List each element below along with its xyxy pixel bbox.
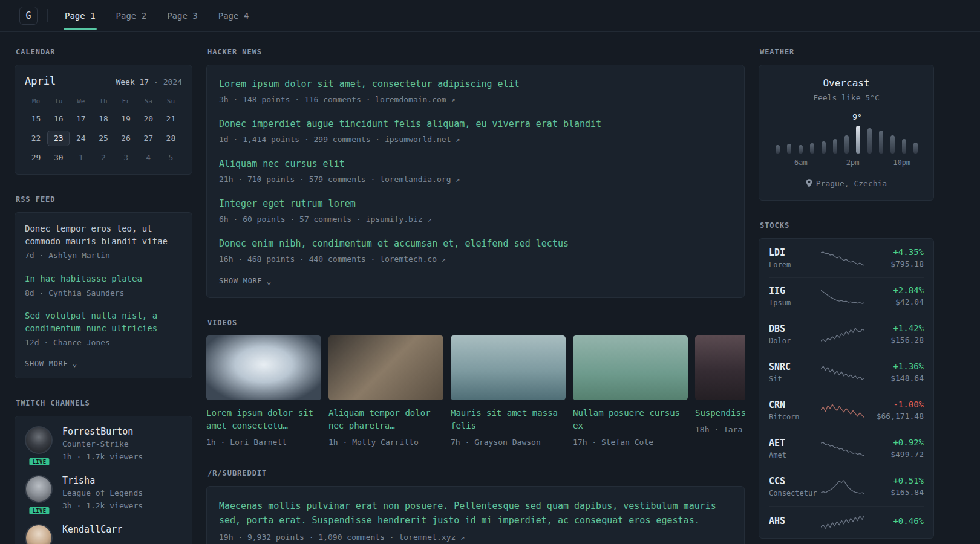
tab-page-1[interactable]: Page 1 bbox=[64, 0, 97, 32]
calendar-card: April Week 17 · 2024 Mo Tu We Th Fr Sa S… bbox=[15, 65, 192, 175]
calendar-year: 2024 bbox=[163, 77, 182, 86]
stock-change: +0.92% bbox=[864, 438, 924, 447]
weather-bar bbox=[913, 143, 918, 154]
stock-change: +1.36% bbox=[864, 361, 924, 371]
calendar-weekday: We bbox=[70, 96, 92, 108]
stock-row: AHS +0.46% bbox=[769, 506, 924, 537]
hackernews-item-meta: 16h · 468 points · 440 comments · loremt… bbox=[219, 253, 732, 265]
stock-change: +0.51% bbox=[864, 476, 924, 485]
video-title[interactable]: Nullam posuere cursus ex bbox=[573, 407, 688, 432]
calendar-day: 21 bbox=[160, 111, 182, 127]
video-title[interactable]: Suspendisse diam bbox=[695, 407, 745, 419]
stock-change: -1.00% bbox=[864, 400, 924, 409]
calendar-day: 30 bbox=[47, 150, 70, 166]
weather-card: Overcast Feels like 5°C 9° 6am 2pm 10pm … bbox=[759, 65, 934, 201]
stock-name: Sit bbox=[769, 374, 821, 384]
video-card[interactable]: Mauris sit amet massa felis 7h · Grayson… bbox=[451, 335, 566, 448]
section-header-weather: WEATHER bbox=[760, 48, 933, 56]
calendar-day: 20 bbox=[137, 111, 160, 127]
video-title[interactable]: Mauris sit amet massa felis bbox=[451, 407, 566, 432]
stock-name: Amet bbox=[769, 450, 821, 461]
weather-bar-chart bbox=[776, 125, 918, 154]
tab-page-4[interactable]: Page 4 bbox=[217, 0, 250, 32]
weather-bar bbox=[799, 145, 803, 154]
stock-sparkline bbox=[821, 479, 864, 495]
hackernews-item-meta: 21h · 710 points · 579 comments · loreml… bbox=[219, 173, 732, 186]
avatar bbox=[25, 426, 53, 454]
stocks-card: LDI Lorem +4.35% $795.18 IIG Ipsum bbox=[759, 238, 934, 539]
stock-change: +0.46% bbox=[864, 516, 924, 526]
weather-section: WEATHER Overcast Feels like 5°C 9° 6am 2… bbox=[759, 48, 934, 201]
section-header-hackernews: HACKER NEWS bbox=[207, 48, 743, 56]
section-header-rss: RSS FEED bbox=[16, 195, 191, 204]
tab-page-2[interactable]: Page 2 bbox=[115, 0, 148, 32]
videos-section: VIDEOS Lorem ipsum dolor sit amet consec… bbox=[206, 319, 745, 448]
weather-time-label: 2pm bbox=[846, 158, 860, 167]
video-thumbnail bbox=[573, 335, 688, 400]
section-header-stocks: STOCKS bbox=[760, 221, 933, 230]
external-link-icon: ↗ bbox=[442, 255, 446, 264]
rss-item-title[interactable]: Donec tempor eros leo, ut commodo mauris… bbox=[25, 222, 182, 248]
weather-time-label: 10pm bbox=[893, 158, 910, 167]
stock-symbol: LDI bbox=[769, 247, 821, 258]
topbar: G Page 1 Page 2 Page 3 Page 4 bbox=[0, 0, 980, 32]
stock-price: $165.84 bbox=[864, 487, 924, 499]
weather-bar bbox=[822, 141, 826, 154]
twitch-channel[interactable]: LIVE ForrestBurton Counter-Strike 1h · 1… bbox=[25, 426, 182, 463]
stock-price: $795.18 bbox=[864, 258, 924, 270]
channel-name: Trisha bbox=[62, 475, 143, 486]
video-card[interactable]: Suspendisse diam 18h · Tara bbox=[695, 335, 745, 448]
external-link-icon: ↗ bbox=[456, 175, 460, 184]
weather-bar bbox=[856, 126, 860, 154]
hackernews-item-title[interactable]: Aliquam nec cursus elit bbox=[219, 157, 732, 171]
video-title[interactable]: Aliquam tempor dolor nec pharetra… bbox=[328, 407, 443, 432]
stock-symbol: CCS bbox=[769, 476, 821, 487]
app-logo[interactable]: G bbox=[19, 7, 38, 25]
calendar-weekday: Th bbox=[92, 96, 114, 108]
video-title[interactable]: Lorem ipsum dolor sit amet consectetu… bbox=[206, 407, 321, 432]
stock-name: Dolor bbox=[769, 335, 821, 346]
stock-price: $42.04 bbox=[864, 296, 924, 308]
weather-location: Prague, Czechia bbox=[769, 178, 924, 190]
hackernews-item-title[interactable]: Integer eget rutrum lorem bbox=[219, 197, 732, 211]
stock-price: $148.64 bbox=[864, 372, 924, 384]
weather-bar bbox=[902, 139, 906, 154]
subreddit-post-title[interactable]: Maecenas mollis pulvinar erat non posuer… bbox=[219, 499, 732, 528]
video-card[interactable]: Lorem ipsum dolor sit amet consectetu… 1… bbox=[206, 335, 321, 448]
subreddit-card: Maecenas mollis pulvinar erat non posuer… bbox=[206, 486, 745, 544]
stock-sparkline bbox=[821, 403, 864, 419]
hackernews-section: HACKER NEWS Lorem ipsum dolor sit amet, … bbox=[206, 48, 745, 298]
twitch-channel[interactable]: LIVE KendallCarr bbox=[25, 524, 182, 544]
videos-row: Lorem ipsum dolor sit amet consectetu… 1… bbox=[206, 335, 745, 448]
tab-page-3[interactable]: Page 3 bbox=[166, 0, 199, 32]
weather-temp-label: 9° bbox=[852, 112, 862, 121]
section-header-videos: VIDEOS bbox=[207, 319, 743, 327]
calendar-day-selected: 23 bbox=[47, 131, 70, 146]
stock-price: $499.72 bbox=[864, 448, 924, 461]
hackernews-card: Lorem ipsum dolor sit amet, consectetur … bbox=[206, 65, 745, 298]
hackernews-item: Integer eget rutrum lorem 6h · 60 points… bbox=[219, 197, 732, 225]
rss-item-title[interactable]: In hac habitasse platea bbox=[25, 273, 182, 285]
calendar-day: 25 bbox=[92, 131, 114, 146]
rss-show-more-button[interactable]: SHOW MORE ⌄ bbox=[25, 360, 182, 368]
hackernews-item-title[interactable]: Lorem ipsum dolor sit amet, consectetur … bbox=[219, 77, 732, 91]
calendar-day: 1 bbox=[70, 150, 92, 166]
calendar-day: 15 bbox=[25, 111, 47, 127]
calendar-day: 18 bbox=[92, 111, 114, 127]
hackernews-item-title[interactable]: Donec imperdiet augue tincidunt felis al… bbox=[219, 117, 732, 131]
calendar-day: 4 bbox=[137, 150, 160, 166]
calendar-day: 22 bbox=[25, 131, 47, 146]
stock-sparkline bbox=[821, 365, 864, 381]
twitch-channel[interactable]: LIVE Trisha League of Legends 3h · 1.2k … bbox=[25, 475, 182, 512]
hackernews-show-more-button[interactable]: SHOW MORE ⌄ bbox=[219, 277, 732, 285]
video-thumbnail bbox=[328, 335, 443, 400]
video-card[interactable]: Nullam posuere cursus ex 17h · Stefan Co… bbox=[573, 335, 688, 448]
rss-item-title[interactable]: Sed volutpat nulla nisl, a condimentum n… bbox=[25, 309, 182, 335]
hackernews-item-title[interactable]: Donec enim nibh, condimentum et accumsan… bbox=[219, 237, 732, 251]
rss-item: In hac habitasse platea 8d · Cynthia Sau… bbox=[25, 273, 182, 299]
calendar-day: 3 bbox=[115, 150, 137, 166]
video-card[interactable]: Aliquam tempor dolor nec pharetra… 1h · … bbox=[328, 335, 443, 448]
stock-sparkline bbox=[821, 441, 864, 457]
hackernews-item: Lorem ipsum dolor sit amet, consectetur … bbox=[219, 77, 732, 105]
channel-game: Counter-Strike bbox=[62, 438, 143, 450]
